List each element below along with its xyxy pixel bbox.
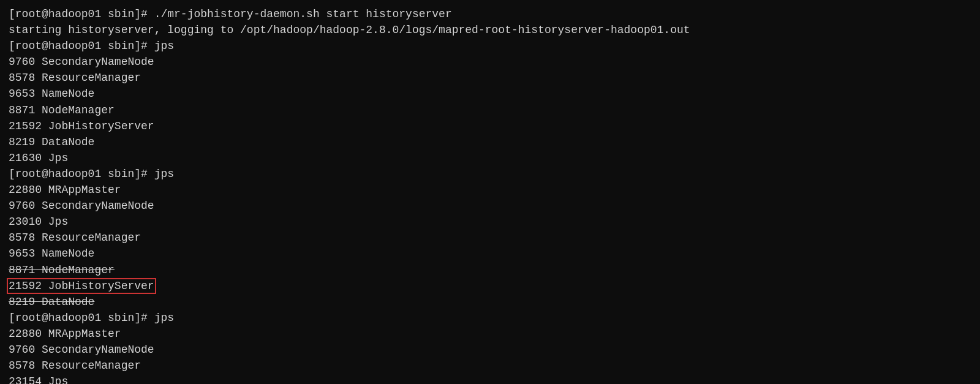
terminal-line: 22880 MRAppMaster xyxy=(9,326,971,342)
terminal-line: 21592 JobHistoryServer xyxy=(9,278,971,294)
terminal-line: [root@hadoop01 sbin]# jps xyxy=(9,38,971,54)
terminal-line: 21630 Jps xyxy=(9,150,971,166)
terminal-line: 22880 MRAppMaster xyxy=(9,182,971,198)
terminal-line: [root@hadoop01 sbin]# ./mr-jobhistory-da… xyxy=(9,6,971,22)
terminal-line: 8219 DataNode xyxy=(9,294,971,310)
terminal-line: 9653 NameNode xyxy=(9,246,971,262)
terminal-line: 8578 ResourceManager xyxy=(9,230,971,246)
terminal-line: 8871 NodeManager xyxy=(9,262,971,278)
terminal-line: 8219 DataNode xyxy=(9,134,971,150)
terminal-line: 23154 Jps xyxy=(9,374,971,384)
terminal-line: 9760 SecondaryNameNode xyxy=(9,198,971,214)
terminal-line: 9653 NameNode xyxy=(9,86,971,102)
terminal-line: starting historyserver, logging to /opt/… xyxy=(9,22,971,38)
terminal-line: 9760 SecondaryNameNode xyxy=(9,342,971,358)
terminal-line: 8578 ResourceManager xyxy=(9,70,971,86)
terminal-line: [root@hadoop01 sbin]# jps xyxy=(9,310,971,326)
terminal-line: [root@hadoop01 sbin]# jps xyxy=(9,166,971,182)
highlighted-text: 21592 JobHistoryServer xyxy=(9,280,154,292)
strikethrough-text: 8871 NodeManager xyxy=(9,264,115,276)
strikethrough-text: 8219 DataNode xyxy=(9,296,94,308)
terminal-line: 21592 JobHistoryServer xyxy=(9,118,971,134)
terminal-window: [root@hadoop01 sbin]# ./mr-jobhistory-da… xyxy=(9,6,971,384)
terminal-line: 8871 NodeManager xyxy=(9,102,971,118)
terminal-line: 23010 Jps xyxy=(9,214,971,230)
terminal-line: 8578 ResourceManager xyxy=(9,358,971,374)
terminal-line: 9760 SecondaryNameNode xyxy=(9,54,971,70)
